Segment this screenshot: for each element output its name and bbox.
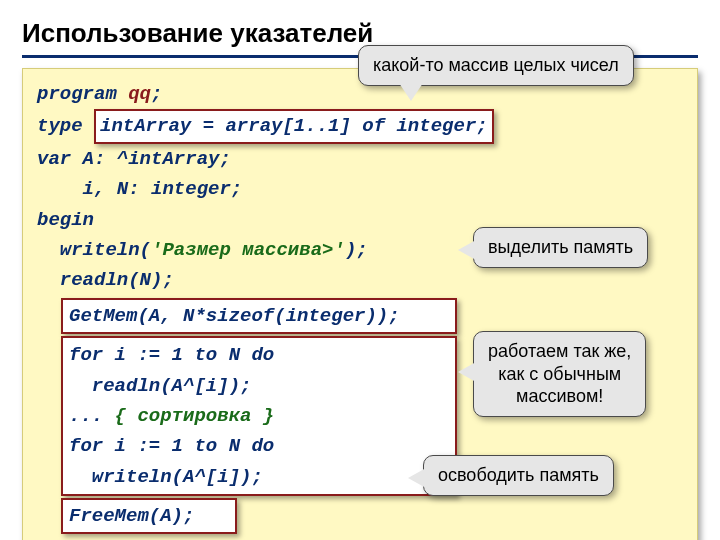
- highlight-freemem: FreeMem(A);: [61, 498, 237, 534]
- semicolon: ;: [151, 83, 162, 105]
- code-line: i, N: integer;: [37, 174, 683, 204]
- callout-allocate: выделить память: [473, 227, 648, 268]
- code-line: readln(N);: [37, 265, 683, 295]
- callout-text: освободить память: [438, 465, 599, 485]
- code-line: var A: ^intArray;: [37, 144, 683, 174]
- kw-program: program: [37, 83, 128, 105]
- callout-free: освободить память: [423, 455, 614, 496]
- code-line: end.: [37, 536, 683, 540]
- code-line: for i := 1 to N do: [69, 431, 449, 461]
- code-line: readln(A^[i]);: [69, 371, 449, 401]
- highlight-typedef: intArray = array[1..1] of integer;: [94, 109, 494, 143]
- kw-type: type: [37, 115, 94, 137]
- highlight-getmem: GetMem(A, N*sizeof(integer));: [61, 298, 457, 334]
- paren-close: );: [345, 239, 368, 261]
- callout-arraytype: какой-то массив целых чисел: [358, 45, 634, 86]
- callout-text: работаем так же,: [488, 341, 631, 361]
- comment: { сортировка }: [115, 405, 275, 427]
- callout-text: какой-то массив целых чисел: [373, 55, 619, 75]
- ident-qq: qq: [128, 83, 151, 105]
- code-line: type intArray = array[1..1] of integer;: [37, 109, 683, 143]
- fn-writeln: writeln(: [37, 239, 151, 261]
- highlight-loop-block: for i := 1 to N do readln(A^[i]); ... { …: [61, 336, 457, 496]
- callout-text: как с обычным: [498, 364, 621, 384]
- ellipsis: ...: [69, 405, 115, 427]
- string-literal: 'Размер массива>': [151, 239, 345, 261]
- callout-text: массивом!: [516, 386, 603, 406]
- code-line: for i := 1 to N do: [69, 340, 449, 370]
- code-block: program qq; type intArray = array[1..1] …: [22, 68, 698, 540]
- code-line: writeln(A^[i]);: [69, 462, 449, 492]
- code-line: ... { сортировка }: [69, 401, 449, 431]
- callout-usage: работаем так же, как с обычным массивом!: [473, 331, 646, 417]
- callout-text: выделить память: [488, 237, 633, 257]
